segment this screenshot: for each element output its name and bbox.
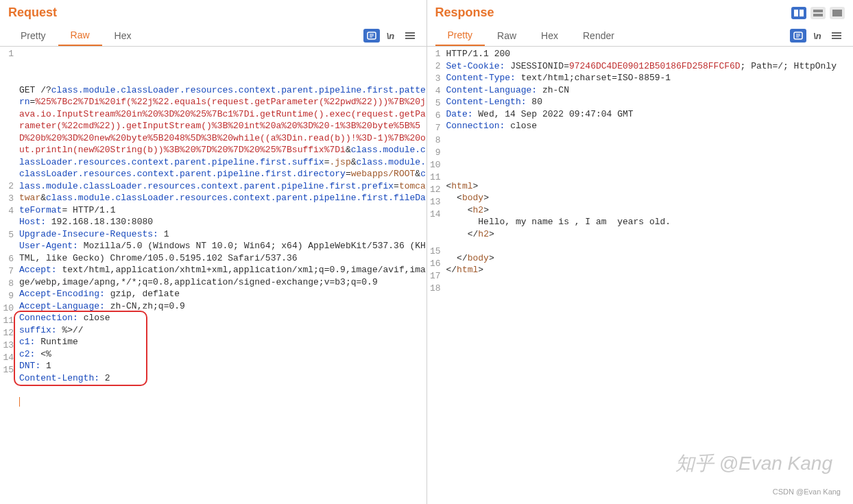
code-line[interactable]: <h2> xyxy=(446,204,854,217)
code-line[interactable]: Accept-Language: zh-CN,zh;q=0.9 xyxy=(19,300,426,313)
request-panel: Request Pretty Raw Hex \n 12345678910111… xyxy=(0,0,427,504)
actions-icon[interactable] xyxy=(790,29,806,43)
code-line[interactable]: Date: Wed, 14 Sep 2022 09:47:04 GMT xyxy=(446,108,854,121)
response-gutter: 123456789101112131415161718 xyxy=(427,47,444,504)
svg-rect-7 xyxy=(813,14,823,16)
code-line[interactable]: Upgrade-Insecure-Requests: 1 xyxy=(19,228,426,241)
code-line[interactable] xyxy=(446,132,854,145)
code-line[interactable]: GET /?class.module.classLoader.resources… xyxy=(19,84,426,217)
code-line[interactable]: Set-Cookie: JSESSIONID=97246DC4DE09012B5… xyxy=(446,60,854,73)
response-content[interactable]: 123456789101112131415161718 HTTP/1.1 200… xyxy=(427,47,854,504)
request-code[interactable]: GET /?class.module.classLoader.resources… xyxy=(16,47,426,504)
code-line[interactable]: User-Agent: Mozilla/5.0 (Windows NT 10.0… xyxy=(19,240,426,264)
request-gutter: 123456789101112131415 xyxy=(0,47,16,504)
tab-request-raw[interactable]: Raw xyxy=(58,25,102,46)
request-tabs: Pretty Raw Hex \n xyxy=(0,25,426,47)
wrap-toggle-icon[interactable]: \n xyxy=(809,29,826,43)
code-line[interactable]: </h2> xyxy=(446,228,854,241)
code-line[interactable]: <html> xyxy=(446,180,854,193)
code-line[interactable] xyxy=(446,240,854,252)
svg-rect-6 xyxy=(813,10,823,12)
hamburger-icon[interactable] xyxy=(402,29,418,43)
svg-rect-5 xyxy=(800,10,804,16)
code-line[interactable]: Host: 192.168.18.130:8080 xyxy=(19,216,426,228)
code-line[interactable]: Accept: text/html,application/xhtml+xml,… xyxy=(19,264,426,288)
tab-response-render[interactable]: Render xyxy=(570,26,627,45)
wrap-toggle-icon[interactable]: \n xyxy=(383,29,399,43)
code-line[interactable] xyxy=(446,276,854,289)
response-tabs: Pretty Raw Hex Render \n xyxy=(427,25,854,47)
code-line[interactable]: Connection: close xyxy=(19,312,426,324)
tab-response-pretty[interactable]: Pretty xyxy=(435,25,485,46)
code-line[interactable]: Content-Length: 80 xyxy=(446,96,854,108)
code-line[interactable] xyxy=(446,156,854,169)
code-line[interactable]: <body> xyxy=(446,192,854,204)
layout-rows-icon[interactable] xyxy=(810,7,826,19)
request-title: Request xyxy=(8,5,418,20)
tab-response-raw[interactable]: Raw xyxy=(485,26,529,45)
code-line[interactable]: </html> xyxy=(446,264,854,276)
svg-rect-8 xyxy=(832,10,842,16)
code-line[interactable]: HTTP/1.1 200 xyxy=(446,48,854,60)
layout-columns-icon[interactable] xyxy=(791,7,806,19)
response-title: Response xyxy=(435,5,792,20)
code-line[interactable]: suffix: %>// xyxy=(19,324,426,337)
code-line[interactable] xyxy=(19,396,426,409)
code-line[interactable]: Accept-Encoding: gzip, deflate xyxy=(19,288,426,300)
code-line[interactable]: Hello, my name is , I am years old. xyxy=(446,216,854,228)
code-line[interactable]: </body> xyxy=(446,252,854,265)
layout-combined-icon[interactable] xyxy=(830,7,845,19)
actions-icon[interactable] xyxy=(363,29,380,43)
layout-toggle xyxy=(791,7,845,19)
tab-response-hex[interactable]: Hex xyxy=(529,26,570,45)
request-header: Request xyxy=(0,0,426,25)
response-header: Response xyxy=(427,0,854,25)
response-panel: Response Pretty Raw Hex Render \n 123456… xyxy=(427,0,854,504)
code-line[interactable]: c2: <% xyxy=(19,348,426,361)
code-line[interactable]: DNT: 1 xyxy=(19,360,426,372)
code-line[interactable]: c1: Runtime xyxy=(19,336,426,348)
hamburger-icon[interactable] xyxy=(828,29,845,43)
main-container: Request Pretty Raw Hex \n 12345678910111… xyxy=(0,0,853,504)
code-line[interactable] xyxy=(19,384,426,396)
response-code[interactable]: HTTP/1.1 200 Set-Cookie: JSESSIONID=9724… xyxy=(444,47,854,504)
tab-request-pretty[interactable]: Pretty xyxy=(8,26,58,45)
code-line[interactable]: Content-Type: text/html;charset=ISO-8859… xyxy=(446,72,854,84)
code-line[interactable] xyxy=(446,144,854,156)
code-line[interactable] xyxy=(446,168,854,180)
code-line[interactable]: Connection: close xyxy=(446,120,854,132)
request-content[interactable]: 123456789101112131415 GET /?class.module… xyxy=(0,47,426,504)
code-line[interactable]: Content-Length: 2 xyxy=(19,372,426,385)
svg-rect-4 xyxy=(794,10,798,16)
code-line[interactable]: Content-Language: zh-CN xyxy=(446,84,854,97)
tab-request-hex[interactable]: Hex xyxy=(102,26,144,45)
